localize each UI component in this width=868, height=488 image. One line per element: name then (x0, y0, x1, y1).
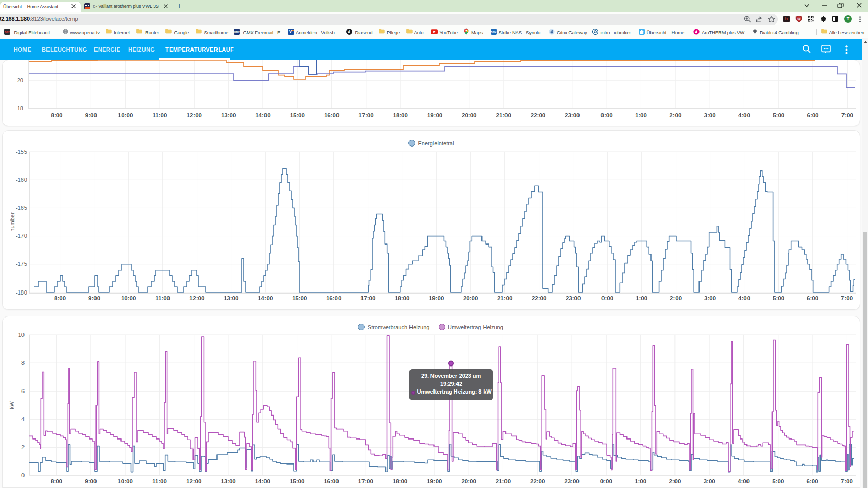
svg-text:20:00: 20:00 (463, 295, 478, 301)
svg-text:19:00: 19:00 (427, 112, 442, 118)
svg-text:3:00: 3:00 (704, 478, 715, 484)
svg-text:23:00: 23:00 (566, 295, 581, 301)
svg-text:19:00: 19:00 (427, 478, 442, 484)
svg-text:2:00: 2:00 (670, 295, 682, 301)
svg-text:12:00: 12:00 (187, 112, 202, 118)
svg-text:13:00: 13:00 (224, 295, 238, 301)
svg-text:4:00: 4:00 (738, 478, 750, 484)
svg-text:15:00: 15:00 (290, 478, 304, 484)
svg-text:-155: -155 (16, 149, 27, 155)
svg-text:4:00: 4:00 (738, 112, 750, 118)
svg-text:21:00: 21:00 (496, 112, 511, 118)
svg-text:-175: -175 (16, 261, 27, 267)
svg-text:9:00: 9:00 (88, 295, 100, 301)
svg-text:8: 8 (21, 360, 25, 366)
svg-text:9:00: 9:00 (85, 112, 97, 118)
svg-text:20:00: 20:00 (462, 112, 476, 118)
svg-text:5:00: 5:00 (773, 112, 784, 118)
svg-text:21:00: 21:00 (497, 295, 512, 301)
svg-text:5:00: 5:00 (773, 295, 784, 301)
svg-text:22:00: 22:00 (531, 112, 545, 118)
svg-text:10:00: 10:00 (118, 112, 133, 118)
svg-text:20: 20 (17, 77, 23, 83)
svg-text:21:00: 21:00 (496, 478, 511, 484)
svg-text:0: 0 (21, 472, 25, 478)
svg-text:10:00: 10:00 (121, 295, 136, 301)
svg-text:8:00: 8:00 (54, 295, 66, 301)
svg-text:18:00: 18:00 (393, 478, 407, 484)
svg-text:5:00: 5:00 (772, 478, 784, 484)
svg-text:18:00: 18:00 (395, 295, 409, 301)
svg-text:18: 18 (17, 105, 23, 111)
svg-text:2:00: 2:00 (669, 478, 681, 484)
svg-text:17:00: 17:00 (358, 112, 373, 118)
svg-text:17:00: 17:00 (358, 478, 373, 484)
svg-text:11:00: 11:00 (152, 478, 167, 484)
svg-text:2:00: 2:00 (669, 112, 681, 118)
svg-text:6:00: 6:00 (807, 295, 818, 301)
svg-text:8:00: 8:00 (51, 478, 62, 484)
svg-text:10: 10 (18, 332, 25, 338)
svg-text:7:00: 7:00 (841, 478, 853, 484)
svg-text:12:00: 12:00 (189, 295, 204, 301)
svg-text:14:00: 14:00 (255, 112, 270, 118)
svg-text:-170: -170 (16, 233, 27, 239)
svg-text:22:00: 22:00 (530, 478, 545, 484)
svg-text:0:00: 0:00 (601, 295, 613, 301)
svg-text:9:00: 9:00 (85, 478, 97, 484)
svg-text:14:00: 14:00 (255, 478, 270, 484)
svg-text:-180: -180 (16, 289, 27, 296)
svg-text:14:00: 14:00 (258, 295, 273, 301)
svg-text:12:00: 12:00 (186, 478, 201, 484)
svg-text:8:00: 8:00 (51, 112, 62, 118)
svg-text:16:00: 16:00 (324, 478, 339, 484)
svg-text:13:00: 13:00 (221, 112, 236, 118)
svg-text:18:00: 18:00 (393, 112, 407, 118)
svg-text:7:00: 7:00 (841, 112, 853, 118)
svg-text:4: 4 (21, 416, 25, 422)
svg-text:1:00: 1:00 (636, 295, 647, 301)
svg-text:19:00: 19:00 (429, 295, 444, 301)
svg-text:10:00: 10:00 (117, 478, 132, 484)
svg-text:11:00: 11:00 (153, 112, 167, 118)
svg-text:16:00: 16:00 (324, 112, 339, 118)
svg-text:23:00: 23:00 (564, 478, 579, 484)
svg-text:15:00: 15:00 (292, 295, 307, 301)
svg-text:2: 2 (21, 444, 25, 450)
svg-text:11:00: 11:00 (155, 295, 170, 301)
svg-text:20:00: 20:00 (461, 478, 476, 484)
svg-text:-160: -160 (16, 177, 27, 183)
svg-text:-165: -165 (16, 205, 27, 211)
svg-text:1:00: 1:00 (635, 112, 647, 118)
svg-text:22:00: 22:00 (532, 295, 546, 301)
svg-text:0:00: 0:00 (600, 478, 612, 484)
svg-text:1:00: 1:00 (635, 478, 646, 484)
svg-text:6:00: 6:00 (807, 112, 818, 118)
svg-text:U0: U0 (798, 18, 801, 20)
svg-text:7:00: 7:00 (841, 295, 853, 301)
svg-text:4:00: 4:00 (738, 295, 750, 301)
svg-text:23:00: 23:00 (565, 112, 580, 118)
svg-text:number: number (9, 212, 15, 232)
svg-text:3:00: 3:00 (704, 295, 716, 301)
svg-text:16:00: 16:00 (326, 295, 341, 301)
svg-text:kW: kW (9, 401, 15, 409)
svg-text:3:00: 3:00 (704, 112, 716, 118)
svg-text:6:00: 6:00 (807, 478, 818, 484)
svg-text:13:00: 13:00 (221, 478, 235, 484)
svg-text:6: 6 (21, 388, 25, 394)
svg-text:15:00: 15:00 (290, 112, 304, 118)
svg-text:17:00: 17:00 (360, 295, 375, 301)
svg-text:0:00: 0:00 (601, 112, 613, 118)
